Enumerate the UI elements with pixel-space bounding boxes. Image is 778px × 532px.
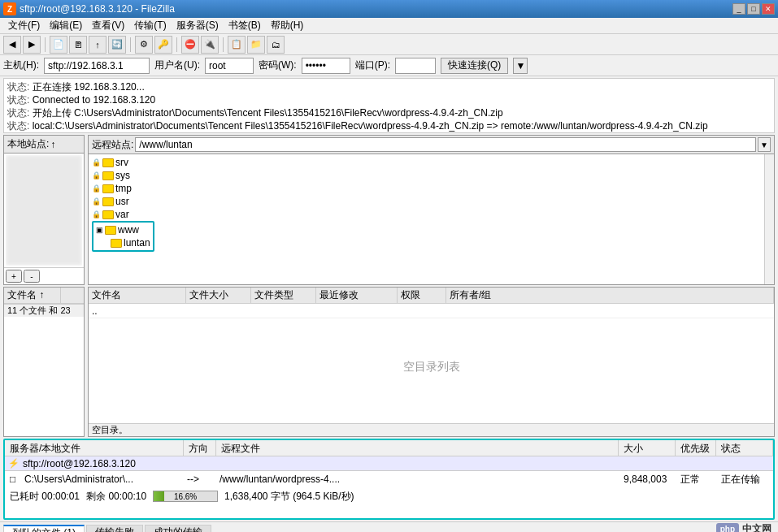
transfer-remaining: 剩余 00:00:10 bbox=[86, 490, 146, 504]
local-col-filename[interactable]: 文件名 ↑ bbox=[4, 288, 61, 303]
remote-col-filetype[interactable]: 文件类型 bbox=[251, 288, 316, 303]
status-text-4: local:C:\Users\Administrator\Documents\T… bbox=[33, 120, 708, 132]
toolbar-btn-5[interactable]: ↑ bbox=[89, 36, 106, 54]
toolbar-btn-4[interactable]: 🖹 bbox=[69, 36, 87, 54]
toolbar-btn-7[interactable]: ⚙ bbox=[135, 36, 153, 54]
folder-highlight-box: ▣ www luntan bbox=[92, 221, 154, 252]
tree-label-srv: srv bbox=[115, 157, 128, 168]
tab-queued-files[interactable]: 列队的文件 (1) bbox=[3, 525, 85, 532]
toolbar-btn-11[interactable]: 📋 bbox=[228, 36, 246, 54]
menu-help[interactable]: 帮助(H) bbox=[266, 18, 309, 34]
transfer-status: 正在传输 bbox=[716, 473, 773, 487]
remote-col-owner[interactable]: 所有者/组 bbox=[446, 288, 774, 303]
toolbar-btn-8[interactable]: 🔑 bbox=[154, 36, 172, 54]
tree-item-usr[interactable]: 🔒 usr bbox=[92, 195, 761, 208]
toolbar-btn-3[interactable]: 📄 bbox=[50, 36, 67, 54]
connect-dropdown-button[interactable]: ▼ bbox=[513, 58, 528, 74]
transfer-file-row[interactable]: □ C:\Users\Administrator\... --> /www/lu… bbox=[5, 471, 773, 487]
status-line-3: 状态: 开始上传 C:\Users\Administrator\Document… bbox=[7, 106, 771, 119]
local-nav-btn-2[interactable]: - bbox=[24, 270, 40, 283]
toolbar-btn-13[interactable]: 🗂 bbox=[267, 36, 285, 54]
menu-server[interactable]: 服务器(S) bbox=[172, 18, 224, 34]
minimize-button[interactable]: _ bbox=[732, 3, 745, 15]
transfer-col-status: 状态 bbox=[716, 440, 773, 456]
transfer-speed: 1,638,400 字节 (964.5 KiB/秒) bbox=[224, 490, 354, 504]
lock-icon-tmp: 🔒 bbox=[92, 184, 101, 192]
port-input[interactable] bbox=[395, 58, 436, 74]
remote-status-bar: 空目录。 bbox=[89, 423, 774, 436]
lock-icon-srv: 🔒 bbox=[92, 158, 101, 167]
menu-view[interactable]: 查看(V) bbox=[87, 18, 129, 34]
local-nav-btn-1[interactable]: + bbox=[6, 270, 22, 283]
remote-col-perms[interactable]: 权限 bbox=[398, 288, 446, 303]
remote-col-filename[interactable]: 文件名 bbox=[89, 288, 186, 303]
user-input[interactable] bbox=[205, 58, 254, 74]
password-label: 密码(W): bbox=[259, 58, 297, 72]
tree-item-luntan[interactable]: luntan bbox=[96, 236, 150, 249]
host-input[interactable] bbox=[44, 58, 150, 74]
toolbar-btn-1[interactable]: ◀ bbox=[3, 36, 21, 54]
transfer-col-size: 大小 bbox=[619, 440, 676, 456]
menu-edit[interactable]: 编辑(E) bbox=[45, 18, 87, 34]
transfer-priority: 正常 bbox=[676, 473, 716, 487]
remote-tree[interactable]: 🔒 srv 🔒 sys 🔒 tmp 🔒 usr bbox=[89, 154, 764, 284]
transfer-size: 9,848,003 bbox=[619, 474, 676, 485]
connect-button[interactable]: 快速连接(Q) bbox=[441, 58, 508, 74]
menu-bar: 文件(F) 编辑(E) 查看(V) 传输(T) 服务器(S) 书签(B) 帮助(… bbox=[0, 18, 778, 34]
progress-bar: 16.6% bbox=[153, 491, 218, 502]
toolbar-btn-10[interactable]: 🔌 bbox=[201, 36, 219, 54]
tree-item-srv[interactable]: 🔒 srv bbox=[92, 156, 761, 169]
remote-path-dropdown[interactable]: ▼ bbox=[758, 137, 771, 152]
php-watermark: php 中文网 bbox=[716, 522, 771, 532]
bottom-tab-bar: 列队的文件 (1) 传输失败 成功的传输 php 中文网 bbox=[0, 521, 778, 532]
password-input[interactable] bbox=[302, 58, 350, 74]
status-area: 状态: 正在连接 192.168.3.120... 状态: Connected … bbox=[3, 78, 775, 133]
local-status-bar: 11 个文件 和 23 bbox=[4, 304, 84, 317]
toolbar-btn-12[interactable]: 📁 bbox=[247, 36, 265, 54]
local-panel-indicator: ↑ bbox=[50, 139, 55, 150]
transfer-checkbox: □ bbox=[5, 474, 20, 485]
table-row[interactable]: .. bbox=[89, 304, 774, 318]
remote-path-input[interactable] bbox=[135, 137, 756, 152]
expand-icon-www: ▣ bbox=[96, 226, 103, 234]
close-button[interactable]: ✕ bbox=[762, 3, 775, 15]
file-cell-name: .. bbox=[89, 305, 186, 317]
remote-col-filesize[interactable]: 文件大小 bbox=[186, 288, 251, 303]
lock-icon-usr: 🔒 bbox=[92, 197, 101, 205]
title-bar-left: Z sftp://root@192.168.3.120 - FileZilla bbox=[3, 2, 175, 15]
tree-item-www[interactable]: ▣ www bbox=[96, 223, 150, 236]
tree-item-tmp[interactable]: 🔒 tmp bbox=[92, 182, 761, 195]
file-tree-panels: 本地站点: ↑ + - 远程站点: ▼ 🔒 srv bbox=[3, 135, 775, 285]
toolbar-btn-2[interactable]: ▶ bbox=[23, 36, 41, 54]
transfer-header: 服务器/本地文件 方向 远程文件 大小 优先级 状态 bbox=[5, 440, 773, 456]
remote-col-modified[interactable]: 最近修改 bbox=[316, 288, 398, 303]
menu-file[interactable]: 文件(F) bbox=[3, 18, 45, 34]
local-file-panel: 文件名 ↑ 11 个文件 和 23 bbox=[3, 287, 85, 437]
local-tree[interactable] bbox=[4, 154, 84, 267]
app-icon: Z bbox=[3, 2, 16, 15]
php-badge: php bbox=[716, 523, 739, 532]
toolbar-btn-6[interactable]: 🔄 bbox=[108, 36, 126, 54]
toolbar-btn-9[interactable]: ⛔ bbox=[181, 36, 199, 54]
tree-label-luntan: luntan bbox=[124, 237, 150, 249]
transfer-server-text: sftp://root@192.168.3.120 bbox=[23, 458, 136, 469]
maximize-button[interactable]: □ bbox=[747, 3, 760, 15]
menu-transfer[interactable]: 传输(T) bbox=[129, 18, 171, 34]
remote-panel-header: 远程站点: ▼ bbox=[89, 136, 774, 154]
transfer-progress-row: 已耗时 00:00:01 剩余 00:00:10 16.6% 1,638,400… bbox=[5, 487, 773, 505]
tree-item-sys[interactable]: 🔒 sys bbox=[92, 169, 761, 182]
empty-dir-text: 空目录列表 bbox=[89, 318, 774, 416]
tab-successful-transfers[interactable]: 成功的传输 bbox=[145, 525, 211, 532]
tree-label-usr: usr bbox=[115, 196, 129, 207]
tab-failed-transfers[interactable]: 传输失败 bbox=[86, 525, 143, 532]
local-panel-label: 本地站点: bbox=[7, 137, 49, 151]
remote-file-panel: 文件名 文件大小 文件类型 最近修改 权限 所有者/组 .. 空目录列表 空目录… bbox=[88, 287, 775, 437]
address-bar: 主机(H): 用户名(U): 密码(W): 端口(P): 快速连接(Q) ▼ bbox=[0, 55, 778, 76]
remote-file-body[interactable]: .. 空目录列表 bbox=[89, 304, 774, 423]
folder-icon-www bbox=[105, 226, 116, 235]
status-label-1: 状态: bbox=[7, 81, 29, 93]
menu-bookmarks[interactable]: 书签(B) bbox=[224, 18, 266, 34]
tree-item-var[interactable]: 🔒 var bbox=[92, 208, 761, 221]
remote-tree-scrollbar[interactable] bbox=[764, 154, 774, 284]
tree-label-www: www bbox=[118, 224, 139, 236]
